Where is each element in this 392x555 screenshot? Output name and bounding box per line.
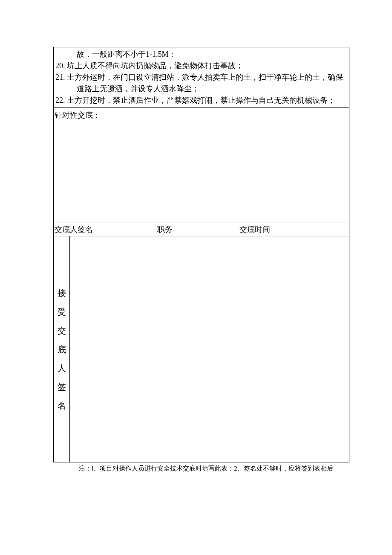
vertical-char: 名 [58,400,66,412]
vertical-char: 底 [58,343,66,355]
items-cell: 故，一般距离不小于1-1.5M： 20. 坑上人质不得向坑内扔抛物品，避免物体打… [54,47,349,108]
receiver-signature-area [70,236,349,462]
receiver-label-cell: 接 受 交 底 人 签 名 [54,236,70,462]
vertical-char: 签 [58,381,66,393]
vertical-char: 受 [58,306,66,318]
position-label: 职务 [157,224,239,235]
signer-row: 交底人签名 职务 交底时间 [55,224,348,235]
disclosure-time-label: 交底时间 [239,224,348,235]
list-item: 21. 土方外运时，在门口设立清扫站，派专人拍卖车上的土，扫干净车轮上的土，确保… [55,72,348,95]
list-item: 20. 坑上人质不得向坑内扔抛物品，避免物体打击事故； [55,60,348,72]
signer-name-label: 交底人签名 [55,224,157,235]
vertical-char: 人 [58,362,66,374]
targeted-disclosure-label: 针对性交底： [55,109,348,122]
item-number: 22. [55,96,65,105]
vertical-char: 交 [58,325,66,337]
form-table: 故，一般距离不小于1-1.5M： 20. 坑上人质不得向坑内扔抛物品，避免物体打… [53,47,349,462]
footnote-text: 注：l、项目对操作人员进行安全技术交底时填写此表：2、签名处不够时，应将签到表相… [53,464,349,473]
item-number: 20. [55,61,65,70]
receiver-signature-label: 接 受 交 底 人 签 名 [55,238,69,461]
continuation-line: 故，一般距离不小于1-1.5M： [55,49,348,60]
item-text: 土方外运时，在门口设立清扫站，派专人拍卖车上的土，扫干净车轮上的土，确保道路上无… [67,73,343,93]
item-number: 21. [55,73,65,81]
document-page: 故，一般距离不小于1-1.5M： 20. 坑上人质不得向坑内扔抛物品，避免物体打… [0,0,392,490]
list-item: 22. 土方开挖时，禁止酒后作业，严禁嬉戏打闹，禁止操作与自己无关的机械设备； [55,95,348,106]
item-text: 坑上人质不得向坑内扔抛物品，避免物体打击事故； [67,61,243,70]
targeted-disclosure-cell: 针对性交底： [54,108,349,223]
item-text: 土方开挖时，禁止酒后作业，严禁嬉戏打闹，禁止操作与自己无关的机械设备； [67,96,335,105]
vertical-char: 接 [58,287,66,299]
signer-row-cell: 交底人签名 职务 交底时间 [54,223,349,236]
